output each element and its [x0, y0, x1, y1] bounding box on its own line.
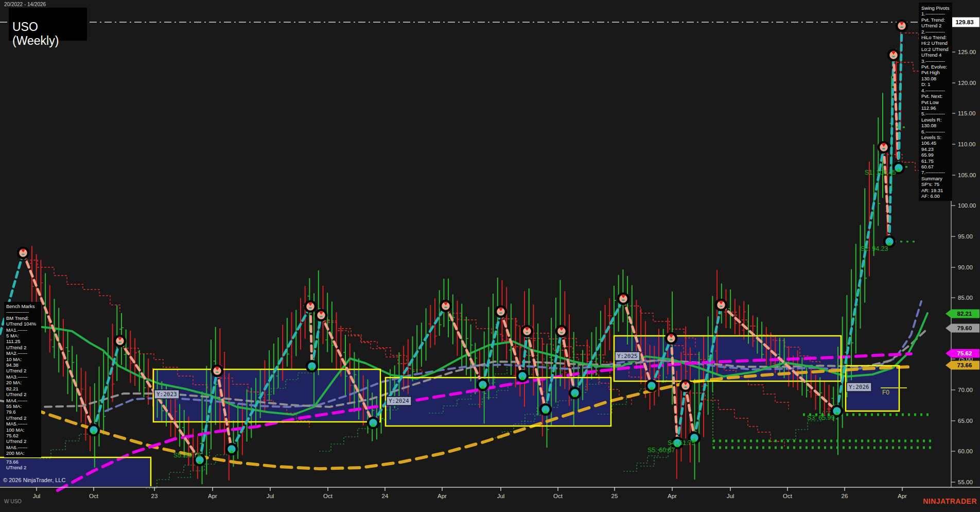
swing-pivots-line: 4.------------ [921, 88, 952, 93]
bench-marks-overlay: 73.66UTrend 2 [6, 459, 26, 471]
price-marker-value: 129.83 [955, 19, 973, 25]
time-axis-label[interactable]: Jul [267, 493, 274, 499]
bench-marks-line: 100 MA: [6, 427, 41, 433]
time-axis-label[interactable]: Apr [898, 493, 907, 499]
swing-pivots-line: AF: 6.00 [921, 193, 952, 199]
bench-marks-line: UTrend 2 [6, 368, 41, 373]
time-axis-label[interactable]: Jul [727, 493, 734, 499]
swing-pivots-line: Pvt. Evolve: [921, 64, 952, 70]
swing-pivots-line: 1.------------ [921, 11, 952, 16]
price-axis-label[interactable]: 105.00 [958, 172, 976, 178]
time-axis-label[interactable]: 26 [842, 493, 848, 499]
time-axis-label[interactable]: Oct [89, 493, 99, 499]
pivot-high-tick [670, 339, 673, 341]
bench-marks-ext-line: 73.66 [6, 459, 26, 465]
price-axis-label[interactable]: 85.00 [958, 295, 973, 301]
ninjatrader-logo: NINJATRADER [923, 497, 977, 505]
pivot-high-tick [320, 316, 323, 318]
price-axis-label[interactable]: 120.00 [958, 80, 976, 86]
price-axis-label[interactable]: 110.00 [958, 141, 975, 147]
time-axis-label[interactable]: Apr [437, 493, 447, 499]
time-axis-label[interactable]: Apr [668, 493, 677, 499]
price-axis-label[interactable]: 60.00 [958, 448, 973, 454]
bench-marks-line: Bench Marks [6, 303, 41, 309]
swing-down-line [310, 306, 312, 366]
swing-pivots-line: Levels S: [921, 134, 952, 140]
year-box-label[interactable]: Y:2026 [847, 383, 871, 391]
bench-marks-line: BM Trend: [6, 315, 41, 321]
year-box-label[interactable]: Y:2024 [387, 397, 411, 405]
swing-pivots-line: Summary [921, 176, 952, 181]
pivot-high-tick [901, 27, 903, 28]
swing-pivots-panel: Swing Pivots1.------------Pvt. Trend:UTr… [919, 3, 952, 201]
swing-pivots-line: 94.23 [921, 146, 952, 152]
time-axis-label[interactable]: Jul [33, 493, 41, 499]
instrument-label: W USO [4, 499, 22, 504]
bench-marks-line: 82.21 [6, 386, 41, 391]
f0-label: F0 [882, 389, 889, 396]
time-axis-label[interactable]: 24 [382, 493, 389, 499]
time-axis-label[interactable]: Apr [208, 493, 217, 499]
time-axis-label[interactable]: Oct [783, 493, 793, 499]
time-axis-label[interactable]: Oct [323, 493, 333, 499]
price-marker-value: 79.60 [957, 325, 972, 331]
pivot-high-tick [309, 308, 312, 309]
price-axis-label[interactable]: 90.00 [958, 264, 973, 270]
price-axis-label[interactable]: 65.00 [958, 418, 973, 424]
time-axis-label[interactable]: 25 [611, 493, 618, 499]
time-axis-label[interactable]: Jul [497, 493, 505, 499]
symbol-title: USO (Weekly) [12, 20, 87, 48]
pivot-high-tick [445, 307, 447, 309]
bench-marks-ext-line: UTrend 2 [6, 465, 26, 470]
swing-pivots-line: Pvt. Next: [921, 93, 952, 99]
bench-marks-line: MA5.------ [6, 421, 41, 426]
symbol-title-box: USO (Weekly) [9, 8, 87, 41]
bench-marks-line: UTrend 2 [6, 438, 41, 444]
year-box-label[interactable]: Y:2023 [154, 390, 179, 399]
time-axis-label[interactable]: Oct [553, 493, 563, 499]
bench-marks-line: 5 MA: [6, 333, 41, 338]
swing-pivots-line: 130.08 [921, 123, 952, 128]
swing-pivots-line: 60.67 [921, 164, 952, 169]
price-axis-label[interactable]: 55.00 [958, 479, 973, 485]
bench-marks-line: 200 MA: [6, 450, 41, 456]
swing-pivots-line: HiLo Trend: [921, 35, 952, 40]
swing-pivots-line: Pvt High [921, 70, 952, 75]
swing-pivots-line: 106.45 [921, 140, 952, 146]
pivot-high-tick [561, 332, 563, 334]
bench-marks-line: 10 MA: [6, 356, 41, 362]
bench-marks-line: MA3.------ [6, 374, 41, 380]
price-axis-label[interactable]: 125.00 [958, 49, 976, 55]
pivot-high-tick [685, 387, 687, 388]
pivot-high-tick [720, 306, 723, 308]
price-chart-canvas[interactable]: F0S5: 59.78S4: 61.75S5: 60.67S3: 65.99S2… [0, 0, 980, 512]
swing-pivots-line: UTrend 2 [921, 23, 952, 28]
pivot-high-tick [216, 372, 219, 373]
time-axis-label[interactable]: 23 [151, 493, 158, 499]
price-axis-label[interactable]: 115.00 [958, 110, 975, 116]
support-level-label: S5: 59.78 [173, 452, 201, 459]
bench-marks-line: MA6.------ [6, 445, 41, 450]
price-marker-value: 75.62 [957, 350, 972, 356]
price-marker-value: 82.21 [957, 311, 972, 317]
swing-pivots-line: D: 1 [921, 81, 952, 87]
year-box-fill [386, 378, 611, 426]
price-axis-label[interactable]: 70.00 [958, 387, 973, 393]
pivot-high-tick [883, 148, 885, 150]
bench-marks-line: MA4.------ [6, 398, 41, 403]
swing-pivots-line: Hi:2 UTrend [921, 40, 952, 46]
swing-pivots-line: 61.75 [921, 158, 952, 164]
pivot-high-tick [119, 342, 121, 344]
swing-pivots-line: Pvt Low [921, 99, 952, 105]
bench-marks-line: 79.6 [6, 409, 41, 415]
copyright-label: © 2026 NinjaTrader, LLC [3, 477, 65, 483]
price-axis-label[interactable]: 95.00 [958, 233, 973, 240]
year-box-label[interactable]: Y:2025 [615, 352, 640, 361]
swing-up-line [899, 26, 902, 168]
bench-marks-line: 94.38 [6, 362, 41, 368]
price-axis-label[interactable]: 100.00 [958, 202, 976, 209]
bench-marks-panel: Bench Marks--------------BM Trend:UTrend… [4, 302, 41, 457]
swing-pivots-line: 5.------------ [921, 111, 952, 116]
support-level-label: S1: 106.45 [865, 169, 896, 176]
pivot-high-tick [622, 300, 625, 301]
